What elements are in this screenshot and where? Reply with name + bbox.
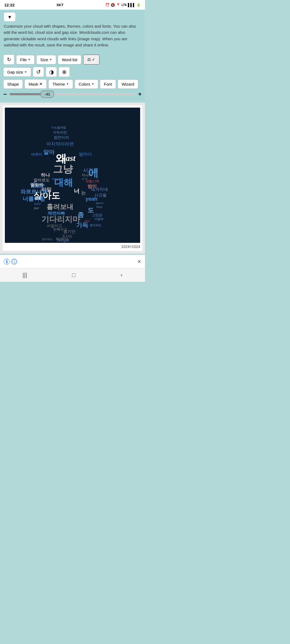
file-button[interactable]: File ▼ [16,55,35,64]
word-love: love [85,219,90,223]
description-text: Customize your cloud with shapes, themes… [4,23,141,48]
contrast-icon: ◑ [49,69,54,75]
word-유리어항: 유리어항 [55,242,68,243]
word-wavy: wavy [34,202,41,206]
rotate-button[interactable]: ↺ [33,67,44,77]
nav-menu-button[interactable]: ||| [23,272,27,279]
word-reason: reason [52,177,61,181]
theme-button[interactable]: Theme ▼ [48,79,73,89]
word-places: place's [96,202,104,204]
wordcloud-svg: 왜 last 그냥 time 대해 살아도 흘려보내 기다리지마 마지막이라면 … [5,108,140,243]
toolbar-section: ↻ File ▼ Size ▼ Word list ⚖ ✓ Gap size ▼… [0,52,145,101]
word-좀: 좀 [78,211,84,218]
status-carrier: SKT [56,3,63,7]
word-생각하는: 생각하는 [42,238,53,241]
ad-bar: ℹ ⓘ ✕ [0,255,145,268]
rotate-icon: ↺ [36,69,41,75]
word-마음에: 마음에 [95,217,103,221]
chevron-down-icon: ▾ [8,14,11,20]
ad-info-icon-text: ⓘ [11,259,17,265]
balance-button[interactable]: ⚖ ✓ [83,54,100,65]
wordcloud-canvas: 왜 last 그냥 time 대해 살아도 흘려보내 기다리지마 마지막이라면 … [5,108,140,243]
bottom-nav: ||| □ ‹ [0,268,145,282]
word-떨림에: 떨림에 [30,182,43,187]
word-소각: 소각 [82,177,88,180]
ad-close-button[interactable]: ✕ [137,259,141,265]
font-button[interactable]: Font [100,79,116,89]
mask-x-icon: ✕ [39,82,43,86]
check-icon: ✓ [92,57,95,62]
word-가두러만: 가두러만 [53,131,67,134]
word-지나가: 지나가 [82,173,92,177]
status-carrier-time: 12:22 [4,3,15,7]
word-그냥: 그냥 [53,164,73,175]
contrast-button[interactable]: ◑ [46,67,57,77]
word-밤이: 밤이 [88,184,97,189]
shape-icon-button[interactable]: ⊕ [59,67,70,77]
status-icons: ⏰ 🔇 📍 LTE ▌▌▌ 🔋 [105,3,141,7]
word-마지막이라면: 마지막이라면 [46,141,74,147]
gap-dropdown-arrow: ▼ [24,70,27,74]
word-새벽이: 새벽이 [31,152,42,156]
word-찾아와도: 찾아와도 [90,224,102,227]
word-너를어항: 너를어항 [23,196,45,202]
word-list-button[interactable]: Word list [58,55,81,64]
mask-button[interactable]: Mask ✕ [24,79,47,89]
word-시간을: 시간을 [95,193,107,197]
theme-dropdown-arrow: ▼ [66,82,69,86]
mask-label: Mask [28,82,38,86]
battery-icon: 🔋 [136,3,141,7]
ad-info: ℹ ⓘ [4,259,17,265]
colors-button[interactable]: Colors ▼ [75,79,98,89]
toolbar-row-3: Shape Mask ✕ Theme ▼ Colors ▼ Font Wizar… [3,79,142,89]
word-하나: 하나 [41,172,50,178]
word-잠깐이야: 잠깐이야 [54,136,69,140]
svg-point-1 [23,125,122,229]
signal-icon: ▌▌▌ [128,3,135,7]
word-just: just [34,206,39,210]
slider-minus-button[interactable]: − [3,91,7,97]
collapse-button[interactable]: ▾ [4,12,16,21]
word-알아르도: 알아르도 [34,178,50,182]
word-기다리지마: 기다리지마 [41,215,81,224]
size-dropdown-arrow: ▼ [49,58,52,61]
wordcloud-wrapper: 왜 last 그냥 time 대해 살아도 흘려보내 기다리지마 마지막이라면 … [3,105,142,251]
word-와르르너의: 와르르너의 [20,189,47,195]
ad-info-icon: ℹ [4,259,10,265]
slider-plus-button[interactable]: + [138,91,142,97]
word-는: 는 [81,190,86,195]
refresh-icon: ↻ [7,57,11,63]
word-keep: Keep [96,205,102,208]
toolbar-row-1: ↻ File ▼ Size ▼ Word list ⚖ ✓ [3,54,142,65]
file-dropdown-arrow: ▼ [28,58,31,61]
wizard-button[interactable]: Wizard [118,79,138,89]
word-밤마다: 밤마다 [79,152,92,156]
refresh-button[interactable]: ↻ [3,54,15,65]
location-icon: 📍 [116,3,120,7]
word-수도들처럼: 수도들처럼 [51,126,66,129]
description-section: ▾ Customize your cloud with shapes, them… [0,10,145,52]
word-고민은: 고민은 [92,213,103,217]
status-bar: 12:22 SKT ⏰ 🔇 📍 LTE ▌▌▌ 🔋 [0,0,145,10]
wordcloud-size-label: 1024×1024 [5,244,140,249]
colors-dropdown-arrow: ▼ [91,82,94,86]
toolbar-row-2: Gap size ▼ ↺ ◑ ⊕ [3,67,142,77]
word-매번바빠: 매번바빠 [48,211,65,215]
word-도: 도 [88,207,94,214]
wordcloud-section: 왜 last 그냥 time 대해 살아도 흘려보내 기다리지마 마지막이라면 … [0,103,145,254]
nav-back-button[interactable]: ‹ [121,272,122,279]
size-button[interactable]: Size ▼ [36,55,56,64]
mute-icon: 🔇 [111,3,115,7]
lte-icon: LTE [121,3,127,6]
nav-home-button[interactable]: □ [72,272,75,279]
slider-track[interactable]: -41 [10,93,135,95]
shape-button[interactable]: Shape [3,79,23,89]
word-새빨간짝: 새빨간짝 [85,180,99,183]
word-흘려보내: 흘려보내 [46,203,73,210]
gap-size-button[interactable]: Gap size ▼ [3,67,31,77]
alarm-icon: ⏰ [105,3,110,7]
word-비밀이고: 비밀이고 [47,224,62,228]
slider-thumb[interactable]: -41 [40,90,54,98]
balance-icon: ⚖ [87,57,91,62]
slider-row: − -41 + [3,91,142,97]
